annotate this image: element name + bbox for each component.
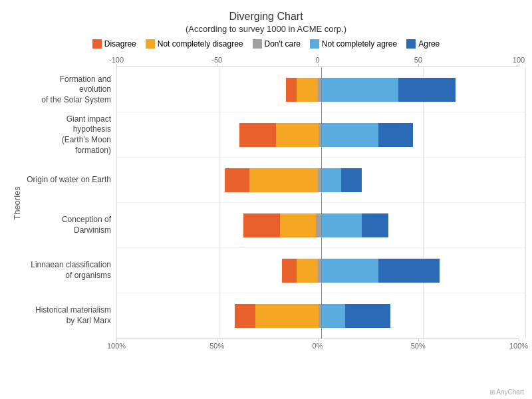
- disagree-bar: [243, 213, 280, 237]
- row-label: Historical materialismby Karl Marx: [27, 293, 116, 338]
- chart-container: Diverging Chart (According to survey 100…: [0, 0, 532, 399]
- legend: Disagree Not completely disagree Don't c…: [7, 39, 525, 49]
- row-label: Conception of Darwinism: [27, 203, 116, 248]
- not-completely-agree-bar: [321, 259, 378, 283]
- legend-item: Disagree: [92, 39, 136, 49]
- legend-label: Not completely disagree: [158, 39, 243, 49]
- axis-tick-top: 0: [315, 56, 319, 64]
- legend-swatch: [406, 39, 416, 49]
- row-label: Giant impact hypothesis(Earth's Moon for…: [27, 112, 116, 158]
- legend-item: Not completely disagree: [146, 39, 243, 49]
- legend-label: Agree: [418, 39, 440, 49]
- legend-label: Not completely agree: [322, 39, 397, 49]
- not-completely-agree-bar: [321, 168, 342, 192]
- axis-tick-top: 100: [513, 56, 525, 64]
- axis-tick-bottom: 100%: [107, 342, 126, 350]
- legend-item: Agree: [406, 39, 440, 49]
- agree-bar: [345, 304, 390, 328]
- chart-title: Diverging Chart: [7, 11, 525, 23]
- legend-swatch: [92, 39, 102, 49]
- agree-bar: [341, 168, 362, 192]
- disagree-bar: [235, 304, 255, 328]
- not-completely-disagree-bar: [280, 213, 321, 237]
- chart-subtitle: (According to survey 1000 in ACME corp.): [7, 24, 525, 34]
- legend-item: Don't care: [253, 39, 301, 49]
- axis-tick-top: -50: [211, 56, 222, 64]
- disagree-bar: [286, 78, 296, 102]
- row-label: Origin of water on Earth: [27, 158, 116, 203]
- agree-bar: [378, 259, 440, 283]
- agree-bar: [398, 78, 456, 102]
- axis-tick-bottom: 50%: [209, 342, 224, 350]
- disagree-bar: [225, 168, 249, 192]
- agree-bar: [362, 213, 388, 237]
- not-completely-agree-bar: [321, 123, 378, 147]
- y-axis-label: Theories: [12, 186, 22, 220]
- axis-bottom: 100%50%0%50%100%: [116, 338, 519, 353]
- row-label: Formation and evolutionof the Solar Syst…: [27, 67, 116, 112]
- not-completely-disagree-bar: [255, 304, 321, 328]
- disagree-bar: [239, 123, 276, 147]
- not-completely-disagree-bar: [249, 168, 321, 192]
- legend-label: Disagree: [104, 39, 136, 49]
- not-completely-agree-bar: [321, 213, 362, 237]
- axis-top: -100-50050100: [116, 53, 519, 67]
- legend-item: Not completely agree: [310, 39, 397, 49]
- legend-swatch: [146, 39, 155, 49]
- not-completely-agree-bar: [321, 304, 346, 328]
- axis-tick-bottom: 100%: [509, 342, 528, 350]
- not-completely-disagree-bar: [276, 123, 321, 147]
- axis-tick-bottom: 0%: [313, 342, 323, 350]
- anychart-logo: ⊞ AnyChart: [489, 388, 524, 396]
- legend-label: Don't care: [265, 39, 301, 49]
- row-label: Linnaean classificationof organisms: [27, 248, 116, 293]
- legend-swatch: [253, 39, 262, 49]
- axis-tick-top: -100: [109, 56, 124, 64]
- axis-tick-bottom: 50%: [411, 342, 426, 350]
- legend-swatch: [310, 39, 319, 49]
- zero-line: [321, 67, 322, 338]
- disagree-bar: [282, 259, 297, 283]
- agree-bar: [378, 123, 413, 147]
- axis-tick-top: 50: [414, 56, 422, 64]
- not-completely-agree-bar: [321, 78, 399, 102]
